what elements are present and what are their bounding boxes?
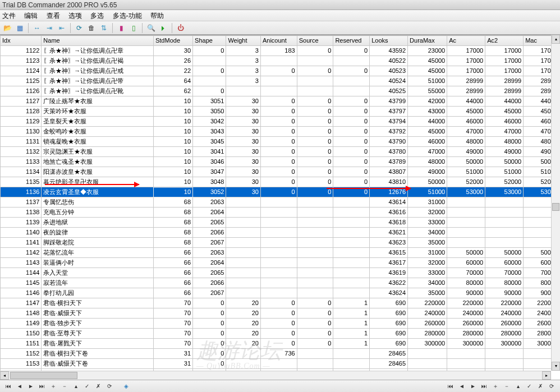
horizontal-scrollbar[interactable]: ◂ ▸ bbox=[0, 371, 551, 380]
nav2-first-icon[interactable]: ⏮ bbox=[446, 382, 456, 391]
export-icon[interactable]: ⇤ bbox=[57, 23, 67, 33]
menu-view[interactable]: 查看 bbox=[47, 12, 60, 20]
table-row[interactable]: 1133地煞亡魂圣★衣服1030463000043789480005000050… bbox=[1, 157, 560, 167]
nav2-prev-icon[interactable]: ◄ bbox=[457, 382, 467, 391]
refresh-icon[interactable]: ⟳ bbox=[74, 23, 84, 33]
nav-next-icon[interactable]: ► bbox=[26, 382, 36, 391]
table-row[interactable]: 1138充电五分钟6820644361632000 bbox=[1, 207, 560, 218]
header-row[interactable]: IdxNameStdModeShapeWeightAnicountSourceR… bbox=[1, 36, 560, 46]
annotation-arrow-right bbox=[327, 188, 411, 189]
nav2-next-icon[interactable]: ► bbox=[468, 382, 478, 391]
menu-multifn[interactable]: 多选-功能 bbox=[113, 12, 142, 20]
column-header-idx[interactable]: Idx bbox=[1, 36, 42, 46]
table-row[interactable]: 1152君临·横扫天下卷31073628465 bbox=[1, 349, 560, 359]
expand-icon[interactable]: ↔ bbox=[32, 23, 42, 33]
table-row[interactable]: 1139杀进地狱6820654361833000 bbox=[1, 218, 560, 228]
nav2-add-icon[interactable]: ＋ bbox=[490, 382, 501, 391]
column-header-ac[interactable]: Ac bbox=[447, 36, 485, 46]
nav-first-icon[interactable]: ⏮ bbox=[3, 382, 13, 391]
filter-icon[interactable]: ▯ bbox=[128, 23, 139, 33]
table-row[interactable]: 1125〖杀★神〗→让你低调点卍带64340524510002899928999… bbox=[1, 76, 560, 86]
nav-edit-icon[interactable]: ▴ bbox=[71, 382, 81, 391]
column-header-ac2[interactable]: Ac2 bbox=[485, 36, 524, 46]
nav-last-icon[interactable]: ⏭ bbox=[37, 382, 47, 391]
table-row[interactable]: 1132宗灵隐渊王★衣服1030413000043780470004900049… bbox=[1, 147, 560, 157]
sort-icon[interactable]: ⇅ bbox=[99, 23, 109, 33]
toolbar: 📂 ▦ ↔ ⇥ ⇤ ⟳ 🗑 ⇅ ▮ ▯ 🔍 ⏵ ⏻ bbox=[0, 21, 560, 35]
menu-edit[interactable]: 编辑 bbox=[24, 12, 38, 20]
nav2-edit-icon[interactable]: ▴ bbox=[513, 382, 523, 391]
collapse-icon[interactable]: ⇥ bbox=[44, 23, 54, 33]
column-header-name[interactable]: Name bbox=[42, 36, 154, 46]
nav-add-icon[interactable]: ＋ bbox=[48, 382, 58, 391]
table-row[interactable]: 1147君临·横扫天下70020001690220000220000220000… bbox=[1, 298, 560, 308]
scroll-thumb-h[interactable] bbox=[10, 372, 77, 379]
scroll-left-icon[interactable]: ◂ bbox=[0, 371, 9, 380]
column-header-source[interactable]: Source bbox=[297, 36, 333, 46]
nav-del-icon[interactable]: － bbox=[59, 382, 70, 391]
table-row[interactable]: 1153君临·威慑天下卷31028465 bbox=[1, 359, 560, 369]
table-row[interactable]: 1136凌云玄霄圣皇◆衣服103052300001267651000530005… bbox=[1, 187, 560, 197]
column-header-anicount[interactable]: Anicount bbox=[260, 36, 297, 46]
table-row[interactable]: 1145寂若流年6620664362234000800008000080000 bbox=[1, 278, 560, 288]
record-navigator: ⏮ ◄ ► ⏭ ＋ － ▴ ✓ ✗ ⟳ ◈ ⏮ ◄ ► ⏭ ＋ － ▴ ✓ ✗ … bbox=[0, 380, 560, 392]
open-icon[interactable]: 📂 bbox=[2, 23, 12, 33]
table-row[interactable]: 1127广陵止殇琴★衣服1030513000043799420004400044… bbox=[1, 96, 560, 107]
scroll-thumb-v[interactable] bbox=[552, 203, 559, 211]
table-row[interactable]: 1150君临·至尊天下70020001690280000280000280000… bbox=[1, 329, 560, 339]
table-row[interactable]: 1124〖杀★神〗→让你低调点卍戒22030004052345000170001… bbox=[1, 66, 560, 76]
table-row[interactable]: 1144杀入天堂6620654361933000700007000070000 bbox=[1, 268, 560, 278]
table-row[interactable]: 1126〖杀★神〗→让你低调点卍靴62040525550002899928999… bbox=[1, 86, 560, 96]
run-icon[interactable]: ⏵ bbox=[158, 23, 168, 33]
table-row[interactable]: 1129圣皇裂天★衣服10304230000437944400046000460… bbox=[1, 117, 560, 127]
table-row[interactable]: 1143装逼俩小时6620644361732000600006000060000 bbox=[1, 258, 560, 268]
scroll-down-icon[interactable]: ▾ bbox=[552, 362, 560, 371]
table-row[interactable]: 1123〖杀★神〗→让你低调点卍褐26340522450001700017000… bbox=[1, 56, 560, 66]
menu-help[interactable]: 帮助 bbox=[150, 12, 164, 20]
nav2-last-icon[interactable]: ⏭ bbox=[479, 382, 489, 391]
table-row[interactable]: 1131锁魂凝晚★衣服10304530000437904600048000480… bbox=[1, 137, 560, 147]
table-row[interactable]: 1146拳打幼儿园6620674362435000900009000090000 bbox=[1, 288, 560, 298]
nav2-post-icon[interactable]: ✓ bbox=[524, 382, 534, 391]
data-grid[interactable]: IdxNameStdModeShapeWeightAnicountSourceR… bbox=[0, 35, 560, 371]
table-row[interactable]: 1128天策吟环★衣服10305030000437974300045000450… bbox=[1, 107, 560, 117]
column-header-weight[interactable]: Weight bbox=[226, 36, 261, 46]
nav2-cancel-icon[interactable]: ✗ bbox=[535, 382, 545, 391]
nav-refresh-icon[interactable]: ⟳ bbox=[104, 382, 114, 391]
table-row[interactable]: 1148君临·威慑天下70020001690240000240000240000… bbox=[1, 308, 560, 319]
scroll-up-icon[interactable]: ▴ bbox=[552, 35, 560, 44]
nav2-del-icon[interactable]: － bbox=[502, 382, 512, 391]
nav-prev-icon[interactable]: ◄ bbox=[15, 382, 25, 391]
nav-post-icon[interactable]: ✓ bbox=[82, 382, 92, 391]
column-header-duramax[interactable]: DuraMax bbox=[408, 36, 447, 46]
search-icon[interactable]: 🔍 bbox=[146, 23, 156, 33]
scroll-right-icon[interactable]: ▸ bbox=[542, 371, 551, 380]
exit-icon[interactable]: ⏻ bbox=[176, 23, 186, 33]
grid-icon[interactable]: ▦ bbox=[15, 23, 25, 33]
table-row[interactable]: 1140夜的旋律6820664362134000 bbox=[1, 228, 560, 238]
table-row[interactable]: 1137专属忆悲伤6820634361431000 bbox=[1, 197, 560, 207]
table-row[interactable]: 1151君临·屠戮天下70020001690300000300000300000… bbox=[1, 339, 560, 349]
title-bar: Trial DB Commander 2000 PRO v5.65 bbox=[0, 0, 560, 10]
column-header-reserved[interactable]: Reserved bbox=[333, 36, 370, 46]
column-header-shape[interactable]: Shape bbox=[193, 36, 226, 46]
delete-icon[interactable]: 🗑 bbox=[86, 23, 97, 33]
nav-cancel-icon[interactable]: ✗ bbox=[93, 382, 103, 391]
table-row[interactable]: 1149君临·独步天下70020001690260000260000260000… bbox=[1, 319, 560, 329]
table-row[interactable]: 1135暮云绝影圣皇卍衣服103048300004381050000520005… bbox=[1, 177, 560, 187]
column-header-looks[interactable]: Looks bbox=[370, 36, 408, 46]
table-row[interactable]: 1122〖杀★神〗→让你低调点卍章30031830043592230001700… bbox=[1, 46, 560, 56]
nav-bookmark-icon[interactable]: ◈ bbox=[121, 382, 131, 391]
table-row[interactable]: 1130金蛟鸣吟★衣服10304330000437924500047000470… bbox=[1, 127, 560, 137]
table-row[interactable]: 1141脚踩敬老院6820674362335000 bbox=[1, 238, 560, 248]
vertical-scrollbar[interactable]: ▴ ▾ bbox=[551, 35, 560, 371]
menu-file[interactable]: 文件 bbox=[2, 12, 16, 20]
column-icon[interactable]: ▮ bbox=[116, 23, 126, 33]
table-row[interactable]: 1142花落忆流年6620634361531000500005000050000 bbox=[1, 248, 560, 258]
menu-bar: 文件 编辑 查看 选项 多选 多选-功能 帮助 bbox=[0, 10, 560, 21]
menu-multi[interactable]: 多选 bbox=[90, 12, 104, 20]
menu-options[interactable]: 选项 bbox=[68, 12, 82, 20]
table-row[interactable]: 1134阳潇赤波皇★衣服1030473000043807490005100051… bbox=[1, 167, 560, 177]
nav2-refresh-icon[interactable]: ⟳ bbox=[547, 382, 557, 391]
column-header-stdmode[interactable]: StdMode bbox=[153, 36, 192, 46]
